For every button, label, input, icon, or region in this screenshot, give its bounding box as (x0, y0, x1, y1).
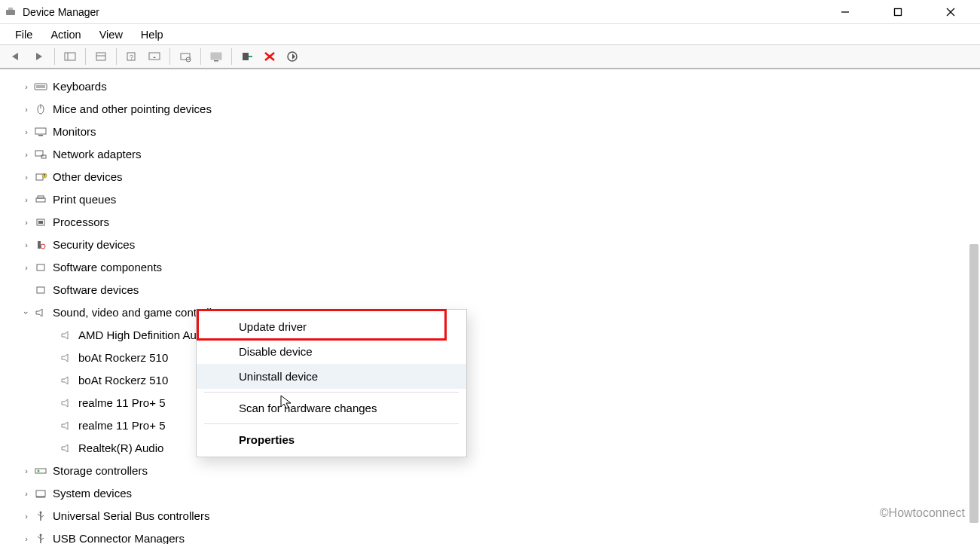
show-hide-tree-icon[interactable] (60, 47, 81, 66)
speaker-icon (59, 374, 74, 387)
refresh-icon[interactable] (282, 47, 303, 66)
remove-icon[interactable] (259, 47, 280, 66)
window-controls (828, 1, 975, 23)
svg-rect-42 (38, 241, 41, 249)
cpu-icon (33, 215, 48, 229)
menu-view[interactable]: View (92, 27, 130, 42)
software-icon (33, 261, 48, 274)
network-icon (33, 148, 48, 161)
properties-icon[interactable] (90, 47, 111, 66)
tree-item-processors[interactable]: ›Processors (21, 211, 980, 234)
tree-item-software-devices[interactable]: ›Software devices (21, 279, 980, 301)
cm-separator (204, 423, 459, 424)
svg-rect-8 (65, 53, 75, 60)
svg-marker-48 (62, 354, 68, 362)
device-tree[interactable]: ›Keyboards ›Mice and other pointing devi… (8, 75, 980, 324)
monitor-icon[interactable] (144, 47, 165, 66)
tree-label: realme 11 Pro+ 5 (78, 414, 165, 437)
svg-rect-3 (895, 8, 902, 15)
toolbar-separator (54, 48, 55, 65)
toolbar-separator (85, 48, 86, 65)
tree-label: Software devices (53, 279, 139, 301)
other-icon: ? (33, 170, 48, 184)
tree-label: Realtek(R) Audio (78, 437, 163, 460)
tree-item-keyboards[interactable]: ›Keyboards (21, 75, 980, 98)
tree-item-printers[interactable]: ›Print queues (21, 188, 980, 211)
close-button[interactable] (933, 1, 968, 23)
display-icon[interactable] (206, 47, 227, 66)
device-tree-bottom[interactable]: ›Storage controllers ›System devices ›Un… (8, 460, 980, 544)
svg-marker-7 (36, 53, 42, 60)
add-legacy-icon[interactable] (237, 47, 258, 66)
svg-rect-18 (211, 53, 221, 60)
minimize-button[interactable] (828, 1, 862, 23)
svg-rect-10 (96, 53, 105, 60)
app-icon (5, 6, 17, 18)
svg-rect-56 (36, 497, 45, 498)
menu-help[interactable]: Help (133, 27, 171, 42)
cm-uninstall-device[interactable]: Uninstall device (197, 364, 466, 389)
printer-icon (33, 193, 48, 206)
tree-item-system[interactable]: ›System devices (21, 482, 980, 505)
window-title: Device Manager (23, 6, 99, 18)
cm-properties[interactable]: Properties (197, 427, 466, 452)
svg-marker-46 (36, 309, 42, 316)
tree-children-sound: AMD High Definition Audio Device boAt Ro… (8, 324, 980, 460)
menu-action[interactable]: Action (43, 27, 88, 42)
svg-point-58 (40, 512, 42, 514)
svg-rect-38 (36, 198, 45, 202)
svg-marker-25 (292, 53, 295, 60)
security-icon (33, 238, 48, 252)
tree-label: Network adapters (53, 143, 142, 166)
menubar: File Action View Help (0, 24, 980, 45)
storage-icon (33, 464, 48, 478)
tree-item-mice[interactable]: ›Mice and other pointing devices (21, 98, 980, 121)
svg-rect-32 (38, 135, 43, 136)
menu-file[interactable]: File (8, 27, 40, 42)
sound-icon (33, 306, 48, 319)
tree-label: boAt Rockerz 510 (78, 369, 168, 392)
svg-rect-31 (35, 128, 46, 134)
tree-label: realme 11 Pro+ 5 (78, 392, 165, 414)
help-icon[interactable]: ? (121, 47, 142, 66)
tree-item-network[interactable]: ›Network adapters (21, 143, 980, 166)
svg-rect-45 (37, 287, 44, 293)
scan-icon[interactable] (175, 47, 196, 66)
usb-icon (33, 532, 48, 544)
svg-rect-16 (181, 53, 190, 60)
svg-rect-39 (38, 196, 44, 198)
cm-disable-device[interactable]: Disable device (197, 339, 466, 364)
toolbar-separator (169, 48, 170, 65)
tree-item-sound[interactable]: ›Sound, video and game controllers (21, 301, 980, 324)
svg-marker-15 (153, 57, 156, 58)
tree-item-software-components[interactable]: ›Software components (21, 256, 980, 279)
tree-item-usb[interactable]: ›Universal Serial Bus controllers (21, 505, 980, 527)
tree-item-security[interactable]: ›Security devices (21, 234, 980, 256)
cm-update-driver[interactable]: Update driver (197, 314, 466, 339)
tree-item-other[interactable]: ›?Other devices (21, 166, 980, 188)
tree-item-storage[interactable]: ›Storage controllers (21, 460, 980, 482)
maximize-button[interactable] (881, 1, 915, 23)
device-tree-pane: ›Keyboards ›Mice and other pointing devi… (0, 69, 980, 544)
svg-rect-1 (8, 8, 13, 10)
back-icon[interactable] (6, 47, 27, 66)
tree-item-usb-connector[interactable]: ›USB Connector Managers (21, 527, 980, 544)
titlebar: Device Manager (0, 0, 980, 24)
forward-icon[interactable] (29, 47, 50, 66)
svg-rect-0 (6, 10, 15, 15)
vertical-scrollbar[interactable] (969, 244, 978, 523)
speaker-icon (59, 351, 74, 365)
tree-label: boAt Rockerz 510 (78, 347, 168, 369)
svg-rect-44 (37, 264, 44, 270)
svg-point-54 (38, 470, 40, 472)
tree-label: Print queues (53, 188, 116, 211)
tree-label: Other devices (53, 166, 123, 188)
svg-rect-26 (35, 84, 47, 90)
svg-point-43 (41, 244, 45, 249)
svg-rect-21 (249, 56, 252, 57)
toolbar: ? (0, 45, 980, 69)
svg-marker-51 (62, 422, 68, 429)
tree-item-monitors[interactable]: ›Monitors (21, 121, 980, 143)
speaker-icon (59, 419, 74, 432)
cm-scan-hardware[interactable]: Scan for hardware changes (197, 396, 466, 420)
